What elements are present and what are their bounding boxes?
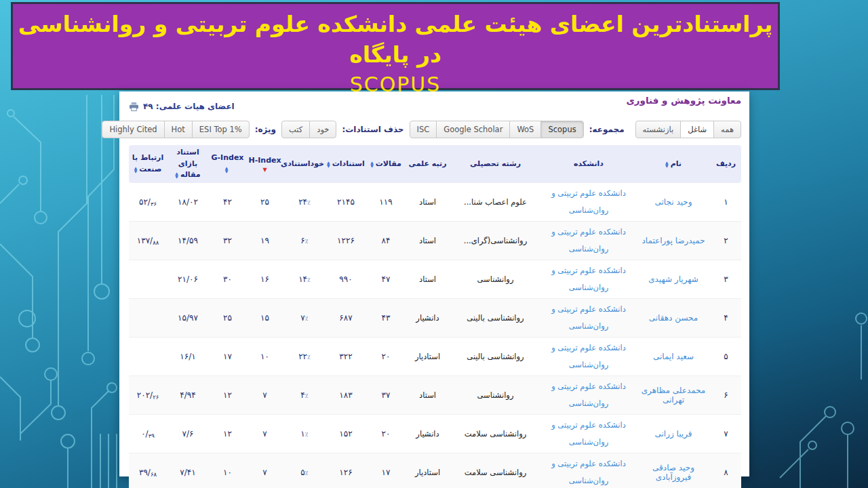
cell-citations-per-article: ۷/۴۱ bbox=[167, 466, 209, 479]
filter-button-wos[interactable]: WoS bbox=[509, 121, 541, 138]
faculty-member-link[interactable]: شهریار شهیدی bbox=[648, 274, 698, 284]
table-body: ۱وحید نجاتیدانشکده علوم تربیتی وروان‌شنا… bbox=[129, 183, 741, 488]
sort-both-icon[interactable]: ▲▼ bbox=[225, 166, 229, 173]
filter-button-خود[interactable]: خود bbox=[309, 121, 336, 138]
cell-citations: ۱۵۲ bbox=[326, 428, 366, 440]
cell-articles: ۱۱۹ bbox=[366, 196, 406, 208]
cell-self-citation: ۱٪ bbox=[283, 428, 326, 440]
cell-self-citation: ۶٪ bbox=[283, 235, 326, 247]
column-header-g_index[interactable]: G-Index▲▼ bbox=[209, 150, 246, 177]
column-label: استنادات bbox=[332, 159, 365, 168]
sort-both-icon[interactable]: ▲▼ bbox=[175, 171, 178, 178]
cell-name[interactable]: وحید نجاتی bbox=[636, 196, 711, 208]
faculty-member-link[interactable]: وحید صادقی فیروزآبادی bbox=[652, 463, 694, 482]
title-banner: پراستنادترین اعضای هیئت علمی دانشکده علو… bbox=[11, 2, 780, 90]
cell-rank: دانشیار bbox=[406, 428, 450, 440]
cell-industry-relation bbox=[129, 278, 167, 281]
cell-h-index: ۲۵ bbox=[246, 196, 283, 208]
cell-row-number: ۳ bbox=[711, 273, 741, 285]
faculty-member-link[interactable]: وحید نجاتی bbox=[654, 197, 692, 207]
filter-button-hot[interactable]: Hot bbox=[164, 121, 193, 138]
cell-faculty[interactable]: دانشکده علوم تربیتی وروان‌شناسی bbox=[541, 222, 636, 259]
faculty-count[interactable]: اعضای هیات علمی: ۴۹ bbox=[129, 102, 235, 111]
cell-citations: ۲۱۴۵ bbox=[326, 196, 366, 208]
cell-field: روانشناسی bbox=[450, 389, 541, 401]
sort-both-icon[interactable]: ▲▼ bbox=[370, 161, 374, 167]
cell-g-index: ۴۲ bbox=[209, 196, 246, 208]
cell-g-index: ۱۷ bbox=[209, 350, 246, 363]
faculty-member-link[interactable]: محسن دهقانی bbox=[649, 313, 698, 323]
column-label: H-Index bbox=[248, 156, 281, 165]
cell-industry-relation bbox=[129, 355, 167, 358]
table-row: ۳شهریار شهیدیدانشکده علوم تربیتی وروان‌ش… bbox=[129, 260, 741, 299]
column-header-articles[interactable]: مقالات▲▼ bbox=[366, 157, 406, 172]
cell-citations: ۱۲۶ bbox=[326, 466, 366, 479]
column-header-industry[interactable]: ارتباط با صنعت▲▼ bbox=[129, 150, 167, 177]
cell-field: روانشناسی بالینی bbox=[450, 350, 541, 363]
cell-citations-per-article: ۱۵/۹۷ bbox=[167, 312, 209, 324]
cell-self-citation: ۷٪ bbox=[283, 312, 326, 324]
column-header-cpp[interactable]: استناد بازای مقاله▲▼ bbox=[167, 145, 209, 183]
table-row: ۴محسن دهقانیدانشکده علوم تربیتی وروان‌شن… bbox=[129, 299, 741, 338]
column-header-citations[interactable]: استنادات▲▼ bbox=[326, 157, 366, 172]
sort-both-icon[interactable]: ▲▼ bbox=[327, 161, 330, 167]
filter-button-google-scholar[interactable]: Google Scholar bbox=[436, 121, 510, 138]
column-label: نام bbox=[671, 159, 682, 168]
sort-both-icon[interactable]: ▲▼ bbox=[665, 161, 669, 167]
cell-rank: استادیار bbox=[406, 466, 450, 479]
cell-citations: ۳۲۲ bbox=[326, 350, 366, 363]
faculty-member-link[interactable]: حمیدرضا پوراعتماد bbox=[642, 236, 705, 245]
filter-button-بازنشسته[interactable]: بازنشسته bbox=[635, 121, 682, 138]
cell-faculty[interactable]: دانشکده علوم تربیتی وروان‌شناسی bbox=[541, 454, 636, 488]
printer-icon[interactable] bbox=[129, 102, 139, 111]
column-label: رشته تحصیلی bbox=[470, 159, 521, 168]
cell-industry-relation: ۵۲/۳۶ bbox=[129, 196, 167, 208]
cell-faculty[interactable]: دانشکده علوم تربیتی وروان‌شناسی bbox=[541, 415, 636, 452]
cell-rank: استاد bbox=[406, 196, 450, 208]
filter-button-همه[interactable]: همه bbox=[713, 121, 741, 138]
filter-button-esi-top-1%[interactable]: ESI Top 1% bbox=[192, 121, 250, 138]
cell-name[interactable]: شهریار شهیدی bbox=[636, 273, 711, 285]
cell-name[interactable]: محمدعلی مظاهری تهرانی bbox=[636, 384, 711, 406]
cell-faculty[interactable]: دانشکده علوم تربیتی وروان‌شناسی bbox=[541, 261, 636, 298]
cell-field: روانشناسی سلامت bbox=[450, 466, 541, 479]
table-row: ۶محمدعلی مظاهری تهرانیدانشکده علوم تربیت… bbox=[129, 376, 741, 415]
cell-faculty[interactable]: دانشکده علوم تربیتی وروان‌شناسی bbox=[541, 338, 636, 375]
filter-button-isc[interactable]: ISC bbox=[410, 121, 437, 138]
cell-faculty[interactable]: دانشکده علوم تربیتی وروان‌شناسی bbox=[541, 184, 636, 220]
cell-industry-relation: ۲۰۲/۲۶ bbox=[129, 389, 167, 401]
filter-button-کتب[interactable]: کتب bbox=[281, 121, 310, 138]
cell-field: روانشناسی بالینی bbox=[450, 312, 541, 324]
cell-name[interactable]: حمیدرضا پوراعتماد bbox=[636, 235, 711, 247]
cell-faculty[interactable]: دانشکده علوم تربیتی وروان‌شناسی bbox=[541, 377, 636, 413]
cell-faculty[interactable]: دانشکده علوم تربیتی وروان‌شناسی bbox=[541, 300, 636, 336]
cell-name[interactable]: سعید ایمانی bbox=[636, 350, 711, 363]
remove-citations-label: حذف استنادات: bbox=[342, 125, 403, 134]
filter-button-شاغل[interactable]: شاغل bbox=[680, 121, 714, 138]
cell-rank: استادیار bbox=[406, 350, 450, 363]
column-header-h_index[interactable]: H-Index▼ bbox=[246, 153, 283, 176]
cell-h-index: ۷ bbox=[246, 466, 283, 479]
filter-button-highly-cited[interactable]: Highly Cited bbox=[102, 121, 164, 138]
column-header-name[interactable]: نام▲▼ bbox=[636, 157, 711, 172]
cell-citations-per-article: ۱۸/۰۲ bbox=[167, 196, 209, 208]
faculty-member-link[interactable]: فریبا زرانی bbox=[654, 429, 692, 439]
filter-button-scopus[interactable]: Scopus bbox=[540, 121, 583, 138]
cell-citations: ۹۹۰ bbox=[326, 273, 366, 285]
sort-desc-icon[interactable]: ▼ bbox=[248, 167, 282, 173]
sort-both-icon[interactable]: ▲▼ bbox=[134, 166, 138, 173]
faculty-member-link[interactable]: سعید ایمانی bbox=[653, 352, 694, 361]
cell-citations-per-article: ۱۴/۵۹ bbox=[167, 235, 209, 247]
cell-name[interactable]: فریبا زرانی bbox=[636, 428, 711, 440]
table-row: ۱وحید نجاتیدانشکده علوم تربیتی وروان‌شنا… bbox=[129, 183, 741, 222]
cell-name[interactable]: محسن دهقانی bbox=[636, 312, 711, 324]
cell-name[interactable]: وحید صادقی فیروزآبادی bbox=[636, 462, 711, 483]
column-header-row: ردیف bbox=[711, 157, 741, 172]
column-label: استناد بازای مقاله bbox=[176, 148, 200, 179]
table-row: ۵سعید ایمانیدانشکده علوم تربیتی وروان‌شن… bbox=[129, 338, 741, 376]
cell-h-index: ۷ bbox=[246, 428, 283, 440]
cell-field: روانشناسی سلامت bbox=[450, 428, 541, 440]
faculty-member-link[interactable]: محمدعلی مظاهری تهرانی bbox=[642, 386, 706, 405]
cell-articles: ۳۷ bbox=[366, 389, 406, 401]
special-label: ویژه: bbox=[255, 125, 276, 134]
